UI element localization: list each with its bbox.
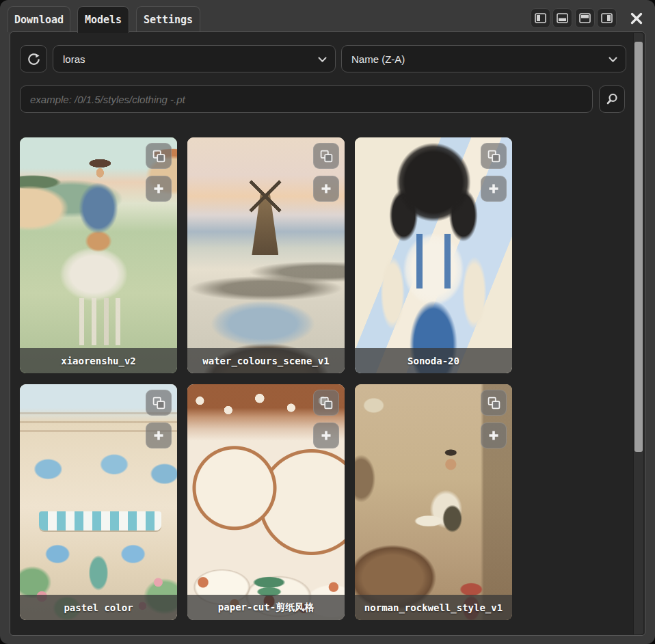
chevron-down-icon [318, 57, 327, 63]
refresh-icon [27, 52, 41, 66]
split-top-button[interactable] [575, 8, 595, 28]
add-to-workflow-button[interactable] [481, 422, 507, 448]
add-to-workflow-button[interactable] [313, 176, 339, 202]
add-to-workflow-button[interactable] [146, 422, 172, 448]
plus-icon [487, 429, 500, 442]
tab-settings-label: Settings [144, 14, 193, 26]
model-card[interactable]: norman_rockwell_style_v1 [355, 384, 512, 620]
close-icon [629, 11, 644, 26]
add-to-workflow-button[interactable] [481, 176, 507, 202]
model-title: pastel color [20, 595, 177, 620]
model-card[interactable]: xiaorenshu_v2 [20, 137, 177, 373]
model-card[interactable]: paper-cut-剪纸风格 [187, 384, 345, 620]
model-card[interactable]: pastel color [20, 384, 177, 620]
app-window: Download Models Settings loras Name (Z-A… [0, 0, 655, 644]
models-panel: loras Name (Z-A) xiaorenshu_v2 [10, 31, 645, 636]
panel-split-top-icon [579, 13, 591, 23]
model-card[interactable]: Sonoda-20 [355, 137, 512, 373]
model-title: xiaorenshu_v2 [20, 348, 177, 373]
sort-dropdown-value: Name (Z-A) [351, 53, 405, 65]
copy-name-button[interactable] [481, 390, 507, 416]
copy-icon [487, 150, 500, 163]
search-icon [605, 92, 619, 106]
split-right-button[interactable] [597, 8, 617, 28]
scrollbar-thumb[interactable] [634, 42, 643, 452]
plus-icon [152, 183, 165, 195]
copy-icon [320, 397, 333, 410]
model-title: water_colours_scene_v1 [187, 348, 345, 373]
split-left-button[interactable] [531, 8, 550, 28]
tab-models[interactable]: Models [77, 6, 129, 33]
panel-split-right-icon [601, 13, 613, 23]
model-title: paper-cut-剪纸风格 [187, 595, 345, 620]
copy-icon [487, 397, 500, 410]
copy-name-button[interactable] [146, 390, 172, 416]
tab-models-label: Models [85, 14, 122, 26]
category-dropdown-value: loras [63, 53, 85, 65]
model-title: Sonoda-20 [355, 348, 512, 373]
model-card[interactable]: water_colours_scene_v1 [187, 137, 345, 373]
copy-icon [152, 397, 165, 410]
refresh-button[interactable] [20, 45, 47, 72]
category-dropdown[interactable]: loras [53, 45, 336, 72]
search-button[interactable] [599, 85, 625, 113]
model-title: norman_rockwell_style_v1 [355, 595, 512, 620]
plus-icon [320, 183, 332, 195]
add-to-workflow-button[interactable] [146, 176, 172, 202]
panel-split-left-icon [535, 13, 546, 23]
model-card-grid: xiaorenshu_v2 water_colours_scene_v1 Son… [20, 137, 519, 620]
tab-download-label: Download [14, 14, 64, 26]
close-button[interactable] [626, 8, 647, 29]
plus-icon [487, 183, 500, 195]
copy-name-button[interactable] [313, 143, 339, 169]
plus-icon [320, 429, 332, 442]
split-bottom-button[interactable] [552, 8, 572, 28]
plus-icon [152, 429, 165, 442]
add-to-workflow-button[interactable] [313, 422, 339, 448]
tab-settings[interactable]: Settings [136, 6, 200, 32]
copy-name-button[interactable] [313, 390, 339, 416]
panel-split-bottom-icon [557, 13, 568, 23]
search-input[interactable] [20, 85, 593, 113]
copy-icon [320, 150, 333, 163]
copy-name-button[interactable] [481, 143, 507, 169]
scrollbar-track[interactable] [633, 33, 643, 634]
copy-icon [152, 150, 165, 163]
chevron-down-icon [609, 57, 617, 63]
copy-name-button[interactable] [146, 143, 172, 169]
sort-dropdown[interactable]: Name (Z-A) [341, 45, 626, 72]
tab-download[interactable]: Download [8, 6, 70, 32]
